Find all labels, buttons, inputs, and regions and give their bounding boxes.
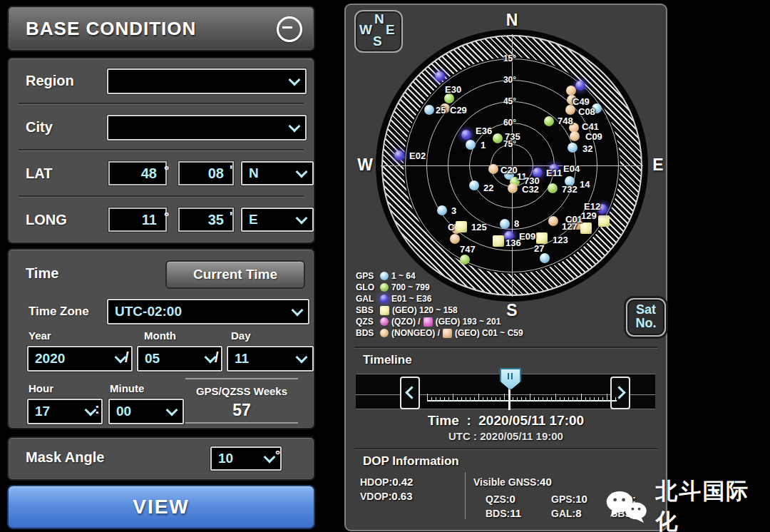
minute-value: 00 — [116, 404, 131, 419]
region-select[interactable] — [107, 68, 307, 94]
satellite-129[interactable] — [598, 215, 610, 227]
ruler-tick — [513, 397, 513, 401]
satellite-32[interactable] — [568, 143, 578, 153]
satellite-label: 14 — [580, 179, 590, 190]
timeline-ruler[interactable] — [427, 382, 617, 401]
satellite-E02[interactable] — [394, 150, 404, 160]
mask-angle-select[interactable]: 10 — [210, 446, 282, 471]
city-select[interactable] — [107, 115, 307, 140]
satellite-748[interactable] — [544, 116, 554, 126]
sat-no-button[interactable]: Sat No. — [626, 298, 666, 337]
base-condition-header: BASE CONDITION — [7, 6, 315, 51]
lat-minutes-input[interactable]: 08 — [178, 161, 234, 185]
ruler-tick — [517, 397, 518, 401]
long-minutes-input[interactable]: 35 — [178, 208, 234, 232]
lat-degrees-input[interactable]: 48 — [108, 161, 167, 185]
long-direction-select[interactable]: E — [241, 208, 314, 232]
long-degrees-input[interactable]: 11 — [108, 208, 167, 232]
satellite-C09[interactable] — [570, 131, 580, 141]
wechat-icon — [604, 488, 650, 524]
time-value: 2020/05/11 17:00 — [478, 413, 584, 428]
gps-qzss-weeks-label: GPS/QZSS Weeks — [185, 385, 298, 397]
ruler-tick — [470, 397, 471, 401]
satellite-27[interactable] — [540, 253, 550, 263]
satellite-735[interactable] — [493, 133, 503, 143]
legend-gps-label: GPS — [356, 271, 377, 281]
satellite-label: C32 — [522, 184, 539, 195]
utc-label: UTC — [448, 430, 471, 442]
ruler-tick — [496, 397, 496, 401]
ruler-tick — [573, 397, 573, 401]
colon: : — [473, 430, 477, 442]
lat-direction-select[interactable]: N — [241, 161, 314, 185]
satellite-732[interactable] — [548, 183, 558, 193]
satellite-127[interactable] — [548, 216, 558, 226]
divider — [354, 448, 657, 450]
satellite-unlabeled[interactable] — [460, 255, 470, 265]
satellite-label: 25 — [436, 105, 446, 116]
month-select[interactable]: 05 — [137, 346, 222, 372]
satellite-C32[interactable] — [508, 183, 518, 193]
vdop-item: VDOP:0.63 — [360, 490, 413, 503]
year-select[interactable]: 2020 — [27, 346, 133, 372]
gal-count-label: GAL: — [551, 508, 575, 519]
satellite-label: 32 — [582, 143, 592, 154]
satellite-125[interactable] — [456, 221, 467, 232]
time-zone-label: Time Zone — [29, 305, 89, 319]
legend-sbs-range: (GEO) 120 ~ 158 — [392, 305, 458, 315]
satellite-label: E04 — [563, 163, 580, 174]
ruler-tick — [611, 397, 612, 401]
satellite-22[interactable] — [469, 180, 479, 190]
ruler-tick — [491, 397, 492, 401]
ruler-tick — [525, 397, 526, 401]
chevron-left-icon — [405, 386, 418, 399]
app-window: BASE CONDITION Region City LAT 48 ° 08 '… — [0, 0, 770, 532]
satellite-3[interactable] — [437, 205, 447, 215]
elevation-label: 45° — [503, 96, 516, 106]
timeline-back-button[interactable] — [400, 377, 420, 409]
region-label: Region — [26, 73, 74, 89]
minute-select[interactable]: 00 — [108, 399, 184, 424]
satellite-8[interactable] — [500, 219, 510, 229]
satellite-unlabeled[interactable] — [575, 81, 585, 91]
qzs-count-value: 0 — [509, 493, 515, 505]
satellite-label: 732 — [562, 184, 578, 195]
location-panel: Region City LAT 48 ° 08 ' N LONG 11 ° 35… — [7, 57, 315, 244]
ruler-tick — [457, 397, 458, 401]
satellite-E30[interactable] — [435, 71, 445, 81]
hdop-label: HDOP: — [360, 476, 392, 488]
satellite-25[interactable] — [424, 105, 434, 115]
satellite-747[interactable] — [450, 234, 460, 244]
utc-time-text: UTC : 2020/05/11 19:00 — [346, 430, 666, 442]
ruler-tick — [538, 397, 539, 401]
gps-count-value: 10 — [575, 493, 587, 505]
degree-symbol: ° — [275, 448, 280, 463]
ruler-tick — [504, 394, 505, 401]
satellite-unlabeled[interactable] — [566, 86, 576, 96]
lat-direction-value: N — [249, 165, 259, 181]
compass-orientation-button[interactable]: N E S W — [354, 10, 403, 53]
divider — [185, 378, 298, 379]
ruler-tick — [577, 397, 578, 401]
month-value: 05 — [145, 351, 160, 367]
satellite-unlabeled[interactable] — [444, 93, 454, 103]
collapse-icon[interactable] — [277, 16, 302, 42]
satellite-label: 129 — [581, 210, 597, 221]
satellite-136[interactable] — [493, 235, 504, 247]
watermark: 北斗国际化 — [604, 476, 770, 532]
hour-value: 17 — [35, 404, 50, 419]
long-direction-value: E — [249, 212, 258, 227]
hour-select[interactable]: 17 — [27, 399, 103, 424]
current-time-button[interactable]: Current Time — [165, 260, 305, 289]
time-zone-select[interactable]: UTC-02:00 — [107, 299, 309, 324]
divider — [465, 472, 466, 519]
gps-qzss-weeks-value: 57 — [185, 401, 298, 420]
satellite-C20[interactable] — [488, 164, 498, 174]
satellite-1[interactable] — [466, 140, 476, 150]
satellite-E36[interactable] — [461, 130, 471, 140]
satellite-label: 735 — [505, 131, 520, 142]
view-button[interactable]: VIEW — [7, 485, 315, 529]
ruler-tick — [555, 394, 556, 401]
day-select[interactable]: 11 — [227, 346, 314, 372]
legend-bds-nongeo-text: (NONGEO) / — [391, 328, 440, 338]
